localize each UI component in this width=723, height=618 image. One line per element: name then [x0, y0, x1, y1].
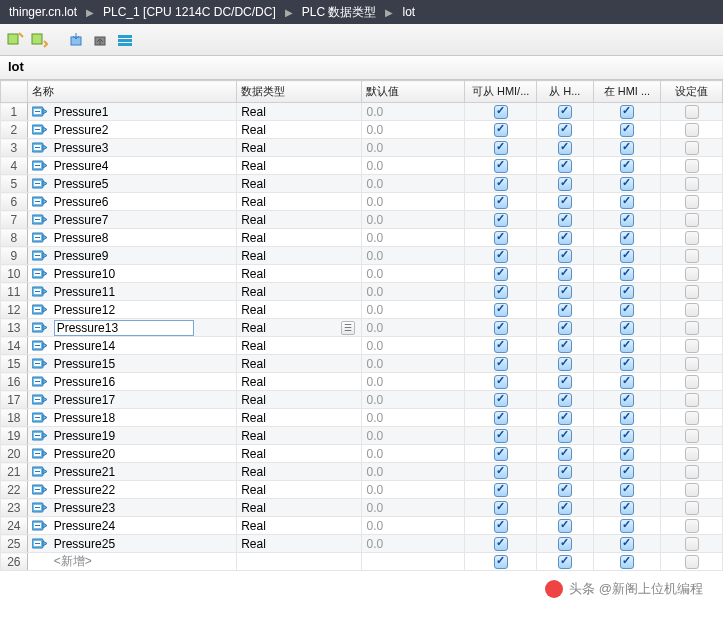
variable-table[interactable]: 名称 数据类型 默认值 可从 HMI/... 从 H... 在 HMI ... … [0, 80, 723, 618]
checkbox-icon[interactable] [558, 177, 572, 191]
cell-dtype[interactable]: Real [237, 247, 362, 265]
checkbox-icon[interactable] [685, 105, 699, 119]
cell-name[interactable]: Pressure15 [27, 355, 237, 373]
checkbox-icon[interactable] [494, 195, 508, 209]
cell-setpoint[interactable] [661, 193, 723, 211]
checkbox-icon[interactable] [620, 321, 634, 335]
checkbox-icon[interactable] [620, 555, 634, 569]
cell-setpoint[interactable] [661, 355, 723, 373]
checkbox-icon[interactable] [685, 483, 699, 497]
checkbox-icon[interactable] [494, 285, 508, 299]
cell-in-hmi[interactable] [593, 157, 661, 175]
cell-from-hmi[interactable] [537, 301, 593, 319]
cell-setpoint[interactable] [661, 391, 723, 409]
cell-in-hmi[interactable] [593, 121, 661, 139]
table-row[interactable]: 1Pressure1Real0.0 [1, 103, 723, 121]
cell-name[interactable]: Pressure8 [27, 229, 237, 247]
cell-hmi-opc[interactable] [465, 103, 537, 121]
checkbox-icon[interactable] [494, 375, 508, 389]
cell-default[interactable]: 0.0 [362, 211, 465, 229]
checkbox-icon[interactable] [685, 555, 699, 569]
cell-name[interactable]: Pressure12 [27, 301, 237, 319]
table-row[interactable]: 18Pressure18Real0.0 [1, 409, 723, 427]
cell-from-hmi[interactable] [537, 103, 593, 121]
checkbox-icon[interactable] [685, 267, 699, 281]
checkbox-icon[interactable] [558, 447, 572, 461]
checkbox-icon[interactable] [685, 303, 699, 317]
cell-hmi-opc[interactable] [465, 175, 537, 193]
cell-default[interactable]: 0.0 [362, 463, 465, 481]
checkbox-icon[interactable] [685, 411, 699, 425]
cell-setpoint[interactable] [661, 103, 723, 121]
cell-hmi-opc[interactable] [465, 337, 537, 355]
checkbox-icon[interactable] [558, 123, 572, 137]
checkbox-icon[interactable] [620, 249, 634, 263]
cell-dtype[interactable]: Real [237, 175, 362, 193]
cell-from-hmi[interactable] [537, 445, 593, 463]
cell-setpoint[interactable] [661, 499, 723, 517]
checkbox-icon[interactable] [620, 123, 634, 137]
dtype-dropdown-icon[interactable]: ☰ [341, 321, 355, 335]
cell-hmi-opc[interactable] [465, 247, 537, 265]
cell-from-hmi[interactable] [537, 229, 593, 247]
cell-dtype[interactable]: Real [237, 103, 362, 121]
checkbox-icon[interactable] [558, 483, 572, 497]
cell-from-hmi[interactable] [537, 481, 593, 499]
cell-from-hmi[interactable] [537, 283, 593, 301]
cell-dtype[interactable]: Real [237, 409, 362, 427]
table-row[interactable]: 16Pressure16Real0.0 [1, 373, 723, 391]
cell-hmi-opc[interactable] [465, 535, 537, 553]
table-row[interactable]: 8Pressure8Real0.0 [1, 229, 723, 247]
cell-hmi-opc[interactable] [465, 373, 537, 391]
cell-dtype[interactable]: Real [237, 391, 362, 409]
checkbox-icon[interactable] [685, 447, 699, 461]
cell-hmi-opc[interactable] [465, 445, 537, 463]
cell-name[interactable]: Pressure2 [27, 121, 237, 139]
checkbox-icon[interactable] [620, 501, 634, 515]
cell-setpoint[interactable] [661, 139, 723, 157]
checkbox-icon[interactable] [558, 555, 572, 569]
cell-name[interactable]: Pressure23 [27, 499, 237, 517]
checkbox-icon[interactable] [685, 429, 699, 443]
checkbox-icon[interactable] [494, 231, 508, 245]
cell-dtype[interactable]: Real [237, 301, 362, 319]
cell-hmi-opc[interactable] [465, 211, 537, 229]
cell-in-hmi[interactable] [593, 103, 661, 121]
cell-from-hmi[interactable] [537, 265, 593, 283]
table-row[interactable]: 19Pressure19Real0.0 [1, 427, 723, 445]
checkbox-icon[interactable] [558, 303, 572, 317]
checkbox-icon[interactable] [494, 465, 508, 479]
crumb-2[interactable]: PLC 数据类型 [302, 4, 377, 21]
cell-hmi-opc[interactable] [465, 481, 537, 499]
cell-dtype[interactable]: Real [237, 445, 362, 463]
checkbox-icon[interactable] [494, 555, 508, 569]
export-icon[interactable] [92, 31, 110, 49]
cell-dtype[interactable]: Real [237, 463, 362, 481]
cell-in-hmi[interactable] [593, 427, 661, 445]
cell-name[interactable]: Pressure9 [27, 247, 237, 265]
crumb-3[interactable]: lot [402, 5, 415, 19]
cell-default[interactable]: 0.0 [362, 319, 465, 337]
cell-dtype[interactable]: Real [237, 229, 362, 247]
checkbox-icon[interactable] [685, 339, 699, 353]
cell-default[interactable]: 0.0 [362, 445, 465, 463]
checkbox-icon[interactable] [620, 159, 634, 173]
cell-default[interactable]: 0.0 [362, 391, 465, 409]
checkbox-icon[interactable] [558, 321, 572, 335]
cell-default[interactable]: 0.0 [362, 103, 465, 121]
cell-in-hmi[interactable] [593, 283, 661, 301]
cell-default[interactable]: 0.0 [362, 409, 465, 427]
cell-from-hmi[interactable] [537, 409, 593, 427]
new-row-icon[interactable] [6, 31, 24, 49]
table-row[interactable]: 11Pressure11Real0.0 [1, 283, 723, 301]
cell-name[interactable]: Pressure10 [27, 265, 237, 283]
cell-from-hmi[interactable] [537, 139, 593, 157]
cell-from-hmi[interactable] [537, 193, 593, 211]
crumb-0[interactable]: thinger.cn.lot [9, 5, 77, 19]
cell-name[interactable]: Pressure25 [27, 535, 237, 553]
cell-name[interactable]: Pressure14 [27, 337, 237, 355]
cell-dtype[interactable]: Real [237, 157, 362, 175]
cell-from-hmi[interactable] [537, 499, 593, 517]
checkbox-icon[interactable] [558, 195, 572, 209]
table-row[interactable]: 7Pressure7Real0.0 [1, 211, 723, 229]
